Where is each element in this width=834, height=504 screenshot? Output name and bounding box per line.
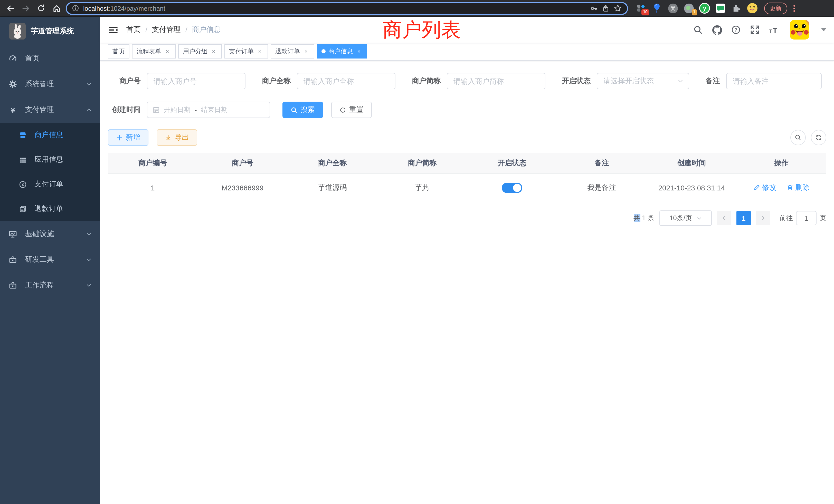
extension-command-icon[interactable]: ⌘ xyxy=(667,3,678,14)
status-toggle[interactable] xyxy=(502,183,522,193)
site-info-icon[interactable] xyxy=(72,5,79,12)
sidebar-toggle-button[interactable] xyxy=(108,25,118,35)
extension-grid-icon[interactable]: 10 xyxy=(635,3,646,14)
close-icon[interactable]: × xyxy=(164,48,171,54)
sidebar-item-label: 退款订单 xyxy=(35,204,63,213)
sidebar-item-label: 支付管理 xyxy=(25,105,86,114)
breadcrumb-current: 商户信息 xyxy=(192,25,221,35)
delete-link[interactable]: 删除 xyxy=(787,183,810,192)
sidebar-item-infra[interactable]: 基础设施 xyxy=(0,221,100,247)
breadcrumb: 首页 / 支付管理 / 商户信息 xyxy=(126,25,221,35)
profile-emoji-avatar[interactable] xyxy=(747,3,758,14)
extension-badge: 1 xyxy=(692,9,697,16)
home-icon xyxy=(52,4,61,13)
goto-page-input[interactable] xyxy=(796,211,816,225)
browser-back-button[interactable] xyxy=(4,2,17,14)
breadcrumb-pay[interactable]: 支付管理 xyxy=(152,25,181,35)
remark-input[interactable] xyxy=(726,73,822,89)
extension-chat-icon[interactable] xyxy=(715,3,726,14)
sidebar-item-refund-order[interactable]: 退款订单 xyxy=(0,197,100,221)
font-size-button[interactable]: TT xyxy=(769,25,779,35)
close-icon[interactable]: × xyxy=(210,48,217,54)
total-prefix-selected: 共 xyxy=(634,214,640,222)
extension-session-icon[interactable]: 1 xyxy=(683,3,694,14)
sidebar-item-workflow[interactable]: 工作流程 xyxy=(0,273,100,298)
shop-icon xyxy=(19,131,27,139)
tag-user-group[interactable]: 用户分组× xyxy=(178,44,222,59)
delete-label: 删除 xyxy=(795,183,810,192)
github-link-button[interactable] xyxy=(712,25,722,35)
yen-circle-icon: ¥ xyxy=(19,180,27,188)
close-icon[interactable]: × xyxy=(303,48,310,54)
extension-pin-icon[interactable] xyxy=(651,3,662,14)
sidebar-logo-row[interactable]: 芋道管理系统 xyxy=(0,17,100,46)
browser-reload-button[interactable] xyxy=(35,2,47,14)
help-button[interactable]: ? xyxy=(731,25,741,35)
refresh-table-button[interactable] xyxy=(811,130,826,145)
browser-home-button[interactable] xyxy=(50,2,63,14)
hide-search-button[interactable] xyxy=(790,130,806,145)
header-search-button[interactable] xyxy=(693,25,703,35)
extensions-puzzle-icon[interactable] xyxy=(731,3,742,14)
add-button[interactable]: 新增 xyxy=(108,129,148,146)
search-button[interactable]: 搜索 xyxy=(282,101,323,118)
sidebar-item-app-info[interactable]: 应用信息 xyxy=(0,147,100,172)
table-grid-icon xyxy=(19,156,27,163)
chevron-left-icon xyxy=(721,215,727,221)
briefcase-icon xyxy=(9,281,17,290)
filter-row-2: 创建时间 开始日期 - 结束日期 搜索 xyxy=(108,101,826,118)
tag-process-form[interactable]: 流程表单× xyxy=(132,44,176,59)
url-text: localhost:1024/pay/merchant xyxy=(83,4,166,13)
tag-pay-order[interactable]: 支付订单× xyxy=(224,44,268,59)
calendar-icon xyxy=(153,106,160,113)
breadcrumb-home[interactable]: 首页 xyxy=(126,25,141,35)
edit-link[interactable]: 修改 xyxy=(753,183,776,192)
chevron-down-icon xyxy=(86,282,92,289)
sidebar-item-devtools[interactable]: 研发工具 xyxy=(0,247,100,273)
fullscreen-button[interactable] xyxy=(750,25,760,35)
tag-label: 用户分组 xyxy=(183,47,207,56)
sidebar-item-system[interactable]: 系统管理 xyxy=(0,71,100,97)
sidebar-item-pay[interactable]: ¥ 支付管理 xyxy=(0,97,100,123)
page-number-1[interactable]: 1 xyxy=(737,211,751,225)
close-icon[interactable]: × xyxy=(355,48,363,54)
full-name-input[interactable] xyxy=(297,73,395,89)
toolbox-icon xyxy=(9,256,17,264)
browser-menu-button[interactable] xyxy=(793,5,795,12)
sidebar: 芋道管理系统 首页 系统管理 ¥ 支付管 xyxy=(0,17,100,504)
browser-update-button[interactable]: 更新 xyxy=(764,2,787,14)
page-size-value: 10条/页 xyxy=(670,213,692,223)
merchant-no-input[interactable] xyxy=(147,73,245,89)
browser-forward-button[interactable] xyxy=(20,2,32,14)
password-key-icon[interactable] xyxy=(590,4,598,12)
filter-status: 开启状态 请选择开启状态 xyxy=(562,73,689,89)
extension-yudao-icon[interactable]: y xyxy=(699,3,710,14)
table-row[interactable]: 1 M233666999 芋道源码 芋艿 我是备注 2021-10-23 08:… xyxy=(108,174,826,202)
avatar-dropdown-caret-icon[interactable] xyxy=(821,28,826,31)
next-page-button[interactable] xyxy=(756,211,770,225)
sidebar-item-pay-order[interactable]: ¥ 支付订单 xyxy=(0,172,100,197)
reset-button[interactable]: 重置 xyxy=(331,101,372,118)
page-size-select[interactable]: 10条/页 xyxy=(659,210,712,226)
cell-status xyxy=(467,174,557,202)
puzzle-icon xyxy=(732,4,741,13)
date-range-picker[interactable]: 开始日期 - 结束日期 xyxy=(147,101,270,118)
tag-label: 商户信息 xyxy=(328,47,353,56)
sidebar-item-merchant-info[interactable]: 商户信息 xyxy=(0,123,100,147)
sidebar-item-home[interactable]: 首页 xyxy=(0,46,100,71)
bookmark-star-icon[interactable] xyxy=(614,4,622,12)
export-button[interactable]: 导出 xyxy=(157,129,197,146)
user-avatar[interactable] xyxy=(790,20,809,40)
tag-refund-order[interactable]: 退款订单× xyxy=(271,44,314,59)
tag-home[interactable]: 首页 xyxy=(108,44,129,59)
filter-remark: 备注 xyxy=(706,73,822,89)
tag-merchant-info-active[interactable]: 商户信息× xyxy=(317,44,367,59)
close-icon[interactable]: × xyxy=(256,48,263,54)
yen-icon: ¥ xyxy=(9,106,17,114)
address-bar[interactable]: localhost:1024/pay/merchant xyxy=(66,2,628,15)
status-select[interactable]: 请选择开启状态 xyxy=(597,73,689,89)
prev-page-button[interactable] xyxy=(717,211,731,225)
share-icon[interactable] xyxy=(602,4,610,12)
short-name-input[interactable] xyxy=(447,73,545,89)
browser-toolbar: localhost:1024/pay/merchant 10 ⌘ 1 y xyxy=(0,0,834,17)
